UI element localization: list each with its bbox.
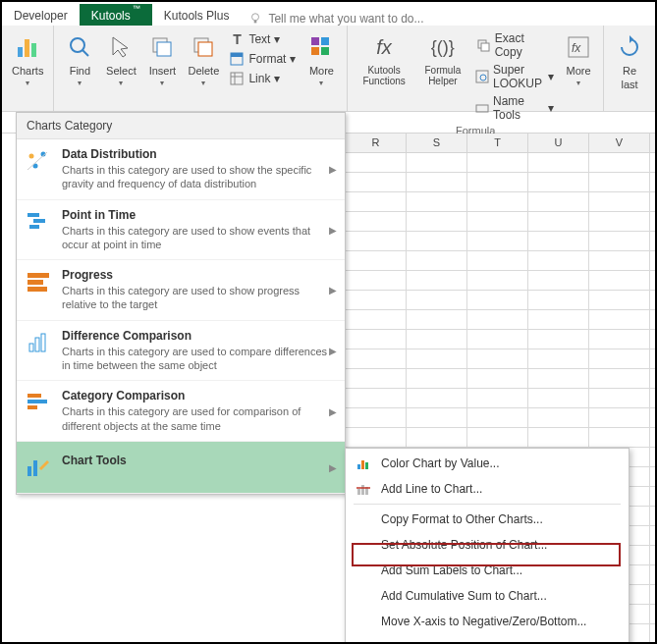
- submenu-add-trend[interactable]: Add Trend Lines to Multiple Series...: [348, 634, 627, 644]
- kutools-functions-button[interactable]: fx Kutools Functions: [354, 29, 413, 88]
- cell[interactable]: [528, 369, 589, 389]
- submenu-move-xaxis[interactable]: Move X-axis to Negative/Zero/Bottom...: [348, 609, 627, 634]
- menu-chart-tools[interactable]: Chart Tools ▶: [17, 442, 345, 494]
- more-button[interactable]: More ▾: [301, 29, 341, 89]
- cell[interactable]: [528, 232, 589, 251]
- cell[interactable]: [346, 389, 407, 408]
- cell[interactable]: [346, 428, 407, 448]
- cell[interactable]: [467, 389, 528, 408]
- cell[interactable]: [650, 291, 657, 310]
- cell[interactable]: [650, 585, 657, 605]
- cell[interactable]: [589, 271, 650, 291]
- cell[interactable]: [407, 173, 467, 192]
- cell[interactable]: [407, 389, 467, 408]
- tab-kutools[interactable]: Kutools™: [80, 4, 152, 26]
- col-header[interactable]: S: [407, 134, 467, 152]
- formula-helper-button[interactable]: {()} Formula Helper: [416, 29, 469, 88]
- charts-button[interactable]: Charts ▾: [8, 29, 47, 89]
- menu-point-in-time[interactable]: Point in TimeCharts in this category are…: [17, 200, 345, 261]
- delete-button[interactable]: Delete ▾: [184, 29, 223, 89]
- cell[interactable]: [589, 428, 650, 448]
- cell[interactable]: [346, 251, 407, 271]
- cell[interactable]: [346, 408, 407, 428]
- cell[interactable]: [650, 408, 657, 428]
- cell[interactable]: [528, 192, 589, 212]
- cell[interactable]: [407, 291, 467, 310]
- cell[interactable]: [589, 291, 650, 310]
- cell[interactable]: [407, 349, 467, 369]
- cell[interactable]: [407, 251, 467, 271]
- cell[interactable]: [650, 389, 657, 408]
- re-button[interactable]: Re last: [610, 29, 649, 92]
- formula-more-button[interactable]: fx More ▾: [560, 29, 597, 89]
- cell[interactable]: [650, 507, 657, 526]
- cell[interactable]: [650, 487, 657, 507]
- cell[interactable]: [589, 330, 650, 349]
- cell[interactable]: [589, 349, 650, 369]
- submenu-color-chart-by-value[interactable]: Color Chart by Value...: [348, 451, 627, 476]
- cell[interactable]: [407, 369, 467, 389]
- col-header[interactable]: V: [589, 134, 650, 152]
- submenu-add-line[interactable]: Add Line to Chart...: [348, 476, 627, 502]
- text-button[interactable]: TText▾: [225, 29, 300, 49]
- cell[interactable]: [467, 192, 528, 212]
- cell[interactable]: [528, 212, 589, 232]
- cell[interactable]: [650, 605, 657, 624]
- col-header[interactable]: T: [467, 134, 528, 152]
- cell[interactable]: [589, 173, 650, 192]
- exact-copy-button[interactable]: Exact Copy: [471, 29, 558, 61]
- find-button[interactable]: Find ▾: [60, 29, 99, 89]
- name-tools-button[interactable]: Name Tools▾: [471, 92, 558, 124]
- cell[interactable]: [346, 369, 407, 389]
- cell[interactable]: [407, 330, 467, 349]
- cell[interactable]: [346, 153, 407, 173]
- cell[interactable]: [650, 232, 657, 251]
- cell[interactable]: [467, 408, 528, 428]
- cell[interactable]: [467, 428, 528, 448]
- cell[interactable]: [467, 271, 528, 291]
- tell-me-search[interactable]: Tell me what you want to do...: [248, 12, 423, 26]
- cell[interactable]: [467, 173, 528, 192]
- cell[interactable]: [467, 291, 528, 310]
- cell[interactable]: [650, 271, 657, 291]
- cell[interactable]: [528, 173, 589, 192]
- cell[interactable]: [528, 428, 589, 448]
- cell[interactable]: [467, 251, 528, 271]
- cell[interactable]: [650, 349, 657, 369]
- cell[interactable]: [467, 153, 528, 173]
- cell[interactable]: [650, 467, 657, 487]
- cell[interactable]: [650, 251, 657, 271]
- cell[interactable]: [467, 212, 528, 232]
- cell[interactable]: [467, 369, 528, 389]
- cell[interactable]: [650, 153, 657, 173]
- cell[interactable]: [407, 310, 467, 330]
- cell[interactable]: [346, 192, 407, 212]
- cell[interactable]: [346, 212, 407, 232]
- cell[interactable]: [650, 428, 657, 448]
- cell[interactable]: [407, 408, 467, 428]
- cell[interactable]: [589, 212, 650, 232]
- cell[interactable]: [589, 192, 650, 212]
- cell[interactable]: [346, 349, 407, 369]
- cell[interactable]: [467, 310, 528, 330]
- cell[interactable]: [407, 212, 467, 232]
- cell[interactable]: [346, 173, 407, 192]
- link-button[interactable]: Link▾: [225, 69, 300, 88]
- cell[interactable]: [650, 546, 657, 565]
- cell[interactable]: [346, 232, 407, 251]
- cell[interactable]: [528, 389, 589, 408]
- menu-data-distribution[interactable]: Data DistributionCharts in this category…: [17, 139, 345, 200]
- cell[interactable]: [407, 428, 467, 448]
- insert-button[interactable]: Insert ▾: [142, 29, 182, 89]
- cell[interactable]: [528, 349, 589, 369]
- menu-difference-comparison[interactable]: Difference ComparisonCharts in this cate…: [17, 321, 345, 382]
- cell[interactable]: [528, 271, 589, 291]
- cell[interactable]: [467, 330, 528, 349]
- cell[interactable]: [650, 448, 657, 467]
- cell[interactable]: [650, 192, 657, 212]
- cell[interactable]: [650, 173, 657, 192]
- cell[interactable]: [650, 330, 657, 349]
- cell[interactable]: [346, 271, 407, 291]
- cell[interactable]: [407, 153, 467, 173]
- col-header[interactable]: R: [346, 134, 407, 152]
